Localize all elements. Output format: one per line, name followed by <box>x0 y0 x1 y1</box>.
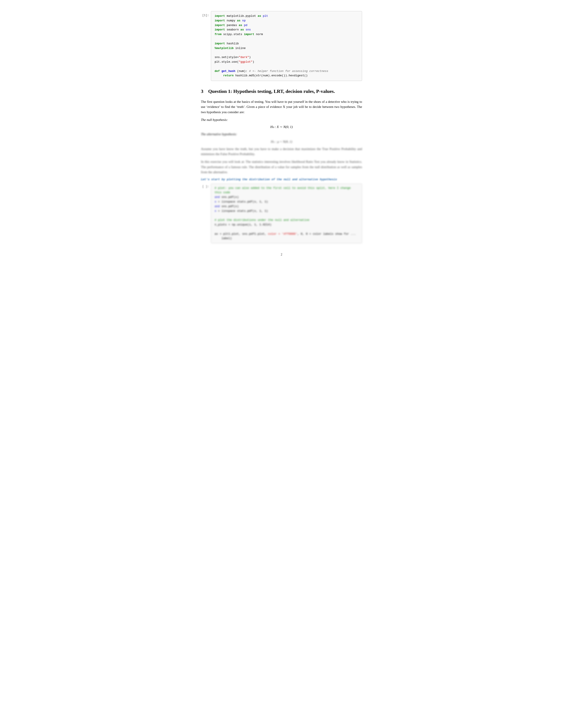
body-paragraph-1: The first question looks at the basics o… <box>201 99 362 115</box>
blurred-code-block: # plot: you can also added to the first … <box>211 184 362 244</box>
blurred-ax-line: ax = plt1.plot, sns.pdf1.plot, color = '… <box>214 232 358 241</box>
null-hypothesis-label: The null hypothesis: <box>201 117 362 122</box>
code-line-14: return hashlib.md5(str(num).encode()).he… <box>214 73 358 78</box>
blurred-paragraph-1: Assume you have know the truth, but you … <box>201 146 362 157</box>
blurred-code-cell: [ ]: # plot: you can also added to the f… <box>201 184 362 244</box>
page-container: [1]: import matplotlib.pyplot as plt imp… <box>201 11 362 257</box>
blurred-line-2: x = linspace stats.pdf(x, 1, 1) <box>214 200 358 204</box>
code-line-blank1 <box>214 37 358 41</box>
code-line-7: import hashlib <box>214 41 358 46</box>
code-line-2: import numpy as np <box>214 19 358 23</box>
blurred-line-comment: # plot: you can also added to the first … <box>214 186 358 195</box>
blurred-code-heading: Let's start by plotting the distribution… <box>201 177 362 182</box>
blurred-line-1: and sns.pdf(x) <box>214 195 358 200</box>
section-heading: 3 Question 1: Hypothesis testing, LRT, d… <box>201 88 362 95</box>
cell-label: [1]: <box>201 11 211 81</box>
blurred-line-4: x = linspace stats.pdf(x, 1, 1) <box>214 209 358 214</box>
keyword-as: as <box>258 14 261 18</box>
alt-hypothesis-math: H₁ : μ = Ν(θ, 1) <box>201 139 362 144</box>
keyword: import <box>214 14 225 18</box>
code-line-blank2 <box>214 51 358 55</box>
code-block: import matplotlib.pyplot as plt import n… <box>211 11 362 81</box>
code-line-5: from scipy.stats import norm <box>214 32 358 37</box>
alt-hypothesis-label: The alternative hypothesis: <box>201 132 362 137</box>
code-line-10: sns.set(style="dark") <box>214 55 358 60</box>
blurred-paragraph-2: In this exercise you will look at: The s… <box>201 159 362 175</box>
code-line-13: def get_hash (num): # <- helper function… <box>214 69 358 74</box>
code-line-4: import seaborn as sns <box>214 28 358 32</box>
code-line-11: plt.style.use("ggplot") <box>214 60 358 64</box>
code-line-8: %matplotlib inline <box>214 46 358 51</box>
code-line-1: import matplotlib.pyplot as plt <box>214 14 358 19</box>
blurred-comment-2: # plot the distributions under the null … <box>214 218 358 223</box>
page-number: 2 <box>201 252 362 257</box>
code-line-3: import pandas as pd <box>214 23 358 28</box>
code-cell-1: [1]: import matplotlib.pyplot as plt imp… <box>201 11 362 81</box>
null-hypothesis-math: H₀ : X ∼ Ν(0, 1) <box>201 124 362 129</box>
blurred-cell-label: [ ]: <box>201 184 211 244</box>
blurred-nplots: n_plots = np.unique(i, 1, 1.0214) <box>214 223 358 227</box>
code-line-blank3 <box>214 64 358 69</box>
blurred-line-3: and sns.pdf(x) <box>214 204 358 209</box>
